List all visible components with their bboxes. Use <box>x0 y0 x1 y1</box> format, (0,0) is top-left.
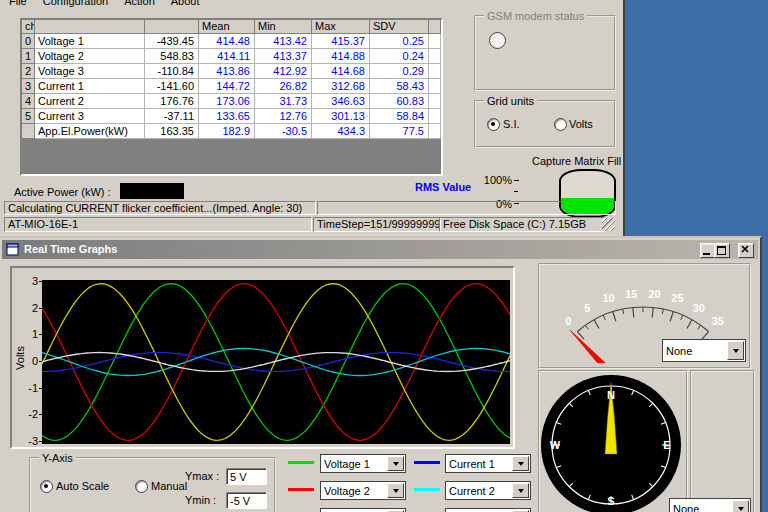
legend-combo-voltage-3[interactable]: Voltage 3 <box>320 508 406 512</box>
status-timestep-text: TimeStep=151/99999999 <box>317 218 440 230</box>
compass-selector-combo[interactable]: None <box>669 498 751 512</box>
grid-cell-r3c7 <box>429 79 441 94</box>
desktop: { "desktop_color": "#3A6EA5", "main_wind… <box>0 0 768 512</box>
gauge-tick-label-15: 15 <box>625 288 637 300</box>
graph-window: Real Time Graphs Volts 3210-1-2-3 051015… <box>0 236 762 512</box>
status-device-text: AT-MIO-16E-1 <box>8 218 78 230</box>
grid-header-col2 <box>145 20 199 34</box>
y-tick-label-2: 2 <box>16 302 38 314</box>
gauge-major-tick-3 <box>633 308 634 318</box>
legend-combo-current-3[interactable]: Current 3 <box>445 508 531 512</box>
grid-cell-r1c1: Voltage 2 <box>35 49 145 64</box>
grid-cell-r2c3: 413.86 <box>199 64 255 79</box>
radio-si[interactable] <box>487 118 500 131</box>
capture-max-label: 100% <box>472 174 512 186</box>
gauge-minor-tick-4 <box>662 309 663 314</box>
rms-value-label: RMS Value <box>415 181 471 193</box>
gauge-selector-dropdown-button[interactable] <box>727 341 744 360</box>
y-tick-label-0: 0 <box>16 355 38 367</box>
grid-header-Max: Max <box>312 20 370 34</box>
status-disk-text: Free Disk Space (C:) 7.15GB <box>443 218 586 230</box>
radio-manual[interactable] <box>135 480 148 493</box>
chevron-down-icon <box>518 489 524 493</box>
grid-cell-r5c3: 133.65 <box>199 109 255 124</box>
radio-auto-scale[interactable] <box>40 480 53 493</box>
waveform-voltage-2 <box>42 284 510 441</box>
grid-cell-r0c0: 0 <box>22 34 35 49</box>
grid-cell-r3c6: 58.43 <box>370 79 429 94</box>
compass-selector-dropdown-button[interactable] <box>732 500 749 512</box>
chevron-down-icon <box>738 507 744 511</box>
menu-item-configuration[interactable]: Configuration <box>35 0 116 9</box>
minimize-icon <box>703 253 710 255</box>
radio-manual-label[interactable]: Manual <box>151 480 187 492</box>
radio-si-label[interactable]: S.I. <box>503 118 520 130</box>
legend-combo-current-2[interactable]: Current 2 <box>445 481 531 500</box>
gauge-major-tick-2 <box>613 312 616 322</box>
gauge-selector-combo[interactable]: None <box>662 339 746 362</box>
y-axis-group: Y-Axis Auto Scale Manual Ymax : Ymin : <box>29 457 276 512</box>
ymax-label: Ymax : <box>185 470 219 482</box>
right-side-panel <box>690 370 755 512</box>
grid-cell-r1c7 <box>429 49 441 64</box>
grid-cell-r2c1: Voltage 3 <box>35 64 145 79</box>
radio-volts[interactable] <box>554 118 567 131</box>
chevron-down-icon <box>733 349 739 353</box>
title-bar[interactable]: Real Time Graphs <box>2 240 758 259</box>
grid-cell-r0c2: -439.45 <box>145 34 199 49</box>
ymin-input[interactable] <box>226 492 267 509</box>
chevron-down-icon <box>518 462 524 466</box>
menu-item-about[interactable]: About <box>163 0 208 9</box>
radio-auto-scale-label[interactable]: Auto Scale <box>56 480 109 492</box>
menu-item-file[interactable]: File <box>1 0 35 9</box>
legend-combo-voltage-1[interactable]: Voltage 1 <box>320 454 406 473</box>
legend-combo-voltage-2[interactable]: Voltage 2 <box>320 481 406 500</box>
gsm-group-label: GSM modem status <box>484 9 587 23</box>
grid-cell-r6c1: App.El.Power(kW) <box>35 124 145 139</box>
radio-volts-label[interactable]: Volts <box>569 118 593 130</box>
grid-cell-r2c2: -110.84 <box>145 64 199 79</box>
grid-header-col1 <box>35 20 145 34</box>
resize-grip[interactable] <box>602 218 615 231</box>
legend-combo-dropdown-button-current-1[interactable] <box>512 456 529 471</box>
legend-swatch-voltage-2 <box>288 488 314 491</box>
legend-combo-value-voltage-2: Voltage 2 <box>324 485 370 497</box>
status-empty-panel <box>317 201 616 215</box>
y-tick-label-3: 3 <box>16 275 38 287</box>
y-tick-label-1: 1 <box>16 328 38 340</box>
legend-combo-dropdown-button-voltage-2[interactable] <box>387 483 404 498</box>
legend-combo-current-1[interactable]: Current 1 <box>445 454 531 473</box>
compass-cardinal-w: W <box>550 439 561 451</box>
grid-cell-r4c5: 346.63 <box>312 94 370 109</box>
grid-cell-r3c4: 26.82 <box>255 79 312 94</box>
status-message-panel: Calculating CURRENT flicker coefficient.… <box>4 201 316 215</box>
grid-cell-r5c2: -37.11 <box>145 109 199 124</box>
gauge-needle <box>570 330 629 363</box>
menu-item-action[interactable]: Action <box>116 0 163 9</box>
ymax-input[interactable] <box>226 468 267 485</box>
grid-cell-r5c4: 12.76 <box>255 109 312 124</box>
legend-combo-dropdown-button-voltage-1[interactable] <box>387 456 404 471</box>
grid-cell-r1c5: 414.88 <box>312 49 370 64</box>
active-power-display <box>120 183 184 199</box>
compass-cardinal-e: E <box>663 439 670 451</box>
gauge-minor-tick-5 <box>681 315 683 320</box>
grid-cell-r5c7 <box>429 109 441 124</box>
grid-cell-r4c0: 4 <box>22 94 35 109</box>
close-button[interactable] <box>738 243 754 258</box>
flex-grid[interactable]: chMeanMinMaxSDV0Voltage 1-439.45414.4841… <box>20 18 443 176</box>
menu-bar: FileConfigurationActionAbout <box>1 0 621 9</box>
y-tick-label--3: -3 <box>16 435 38 447</box>
waveform-plot[interactable] <box>42 280 510 444</box>
legend-combo-dropdown-button-current-2[interactable] <box>512 483 529 498</box>
grid-cell-r1c2: 548.83 <box>145 49 199 64</box>
maximize-button[interactable] <box>714 243 730 258</box>
grid-cell-r0c6: 0.25 <box>370 34 429 49</box>
grid-header-Min: Min <box>255 20 312 34</box>
grid-cell-r4c6: 60.83 <box>370 94 429 109</box>
gauge-minor-tick-6 <box>698 325 701 329</box>
gauge-minor-tick-2 <box>623 309 624 314</box>
grid-cell-r2c5: 414.68 <box>312 64 370 79</box>
grid-cell-r0c4: 413.42 <box>255 34 312 49</box>
compass-panel: NESW <box>538 370 688 512</box>
